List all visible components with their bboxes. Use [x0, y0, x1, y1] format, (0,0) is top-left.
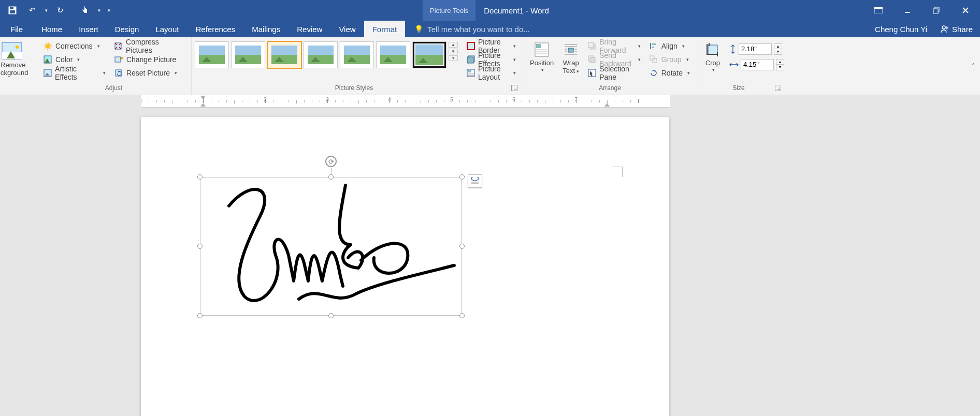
size-dialog-launcher[interactable] [775, 85, 781, 91]
picture-style-4[interactable] [304, 41, 338, 68]
svg-rect-23 [468, 70, 471, 72]
selection-pane-button[interactable]: Selection Pane [584, 66, 644, 80]
tab-view[interactable]: View [330, 21, 364, 37]
save-button[interactable] [3, 3, 22, 18]
rotate-handle[interactable]: ⟳ [325, 156, 337, 167]
picture-styles-dialog-launcher[interactable] [511, 85, 517, 91]
svg-rect-2 [10, 10, 15, 13]
picture-layout-button[interactable]: Picture Layout▾ [463, 66, 520, 80]
gallery-scroll: ▲ ▼ ▾ [449, 41, 458, 62]
picture-border-icon [467, 41, 475, 51]
page[interactable]: ⟳ [141, 117, 669, 416]
collapse-ribbon-button[interactable]: ˄ [972, 63, 975, 70]
gallery-scroll-down[interactable]: ▼ [449, 49, 458, 54]
tab-format[interactable]: Format [364, 21, 406, 37]
touch-mode-dropdown[interactable]: ▾ [95, 3, 103, 18]
width-input[interactable]: ▲▼ [729, 59, 784, 70]
width-up[interactable]: ▲ [776, 60, 784, 65]
width-down[interactable]: ▼ [776, 65, 784, 70]
group-label-arrange: Arrange [528, 83, 691, 93]
picture-style-2[interactable] [231, 41, 265, 68]
remove-background-button[interactable]: Remove ckground [0, 39, 33, 79]
tab-mailings[interactable]: Mailings [243, 21, 289, 37]
height-field[interactable] [739, 43, 772, 55]
bring-forward-icon [588, 41, 596, 51]
align-button[interactable]: Align▾ [645, 39, 694, 53]
ruler-row: 1234567 [0, 95, 980, 108]
tab-file[interactable]: File [0, 21, 33, 37]
group-icon [649, 55, 658, 64]
group-label-size: Size [702, 83, 775, 93]
ribbon-display-options-button[interactable] [864, 0, 893, 21]
gallery-scroll-up[interactable]: ▲ [449, 42, 458, 48]
width-field[interactable] [741, 59, 774, 70]
selected-picture[interactable]: ⟳ [200, 177, 462, 316]
tab-references[interactable]: References [187, 21, 243, 37]
undo-dropdown[interactable]: ▾ [42, 3, 50, 18]
rotate-button[interactable]: Rotate▾ [645, 66, 694, 80]
reset-picture-button[interactable]: Reset Picture▾ [110, 66, 188, 80]
svg-rect-45 [652, 43, 656, 45]
wrap-text-button[interactable]: Wrap Text▾ [558, 39, 583, 80]
svg-rect-42 [590, 57, 595, 63]
qat-customize-dropdown[interactable]: ▾ [104, 3, 114, 18]
height-icon [729, 44, 737, 54]
tab-design[interactable]: Design [107, 21, 148, 37]
share-label: Share [952, 25, 973, 34]
tab-home[interactable]: Home [33, 21, 70, 37]
height-down[interactable]: ▼ [774, 49, 782, 54]
svg-rect-48 [653, 58, 657, 63]
picture-style-6[interactable] [376, 41, 410, 68]
svg-rect-19 [467, 42, 474, 50]
change-picture-button[interactable]: Change Picture [110, 53, 188, 66]
tell-me-search[interactable]: 💡 Tell me what you want to do... [405, 21, 869, 37]
artistic-effects-button[interactable]: Artistic Effects▾ [39, 66, 109, 80]
picture-style-5[interactable] [340, 41, 374, 68]
svg-rect-47 [650, 56, 654, 60]
svg-point-13 [16, 46, 19, 49]
svg-rect-27 [536, 44, 541, 48]
document-area[interactable]: ⟳ [0, 108, 980, 416]
layout-options-button[interactable] [468, 174, 482, 188]
minimize-button[interactable] [893, 0, 922, 21]
title-bar: ↶ ▾ ↻ ▾ ▾ Picture Tools Document1 - Word [0, 0, 980, 21]
corrections-button[interactable]: ☀️Corrections▾ [39, 39, 109, 53]
account-user-name[interactable]: Cheng Chun Yi [869, 25, 933, 34]
ribbon: Remove ckground ☀️Corrections▾ Color▾ Ar… [0, 37, 980, 95]
svg-rect-7 [933, 9, 938, 13]
compress-pictures-button[interactable]: Compress Pictures [110, 39, 188, 53]
svg-rect-49 [708, 45, 717, 54]
share-button[interactable]: Share [933, 25, 980, 34]
horizontal-ruler[interactable]: 1234567 [141, 95, 670, 108]
svg-rect-4 [874, 7, 883, 9]
lightbulb-icon: 💡 [414, 25, 423, 33]
tab-insert[interactable]: Insert [70, 21, 107, 37]
wrap-text-icon [562, 41, 580, 58]
undo-button[interactable]: ↶ [23, 3, 41, 18]
picture-style-1[interactable] [195, 41, 229, 68]
restore-button[interactable] [922, 0, 951, 21]
redo-button[interactable]: ↻ [51, 3, 69, 18]
position-button[interactable]: Position▾ [526, 39, 557, 80]
picture-effects-icon [467, 55, 475, 64]
margin-guide [612, 167, 623, 177]
group-label-picture-styles: Picture Styles [197, 83, 511, 93]
signature-image [200, 177, 463, 316]
reset-picture-icon [114, 68, 123, 78]
tab-layout[interactable]: Layout [147, 21, 187, 37]
crop-button[interactable]: Crop▾ [700, 39, 725, 74]
height-input[interactable]: ▲▼ [729, 43, 784, 55]
svg-rect-17 [115, 57, 121, 62]
gallery-more-button[interactable]: ▾ [449, 55, 458, 61]
position-icon [533, 41, 551, 58]
selection-pane-icon [588, 68, 596, 78]
tab-review[interactable]: Review [289, 21, 330, 37]
height-up[interactable]: ▲ [774, 44, 782, 49]
touch-mode-button[interactable] [76, 3, 94, 18]
close-button[interactable] [951, 0, 980, 21]
picture-layout-icon [467, 68, 475, 78]
color-icon [43, 55, 52, 64]
picture-style-7[interactable] [412, 41, 446, 68]
group-objects-button: Group▾ [645, 53, 694, 66]
picture-style-3[interactable] [267, 41, 301, 68]
